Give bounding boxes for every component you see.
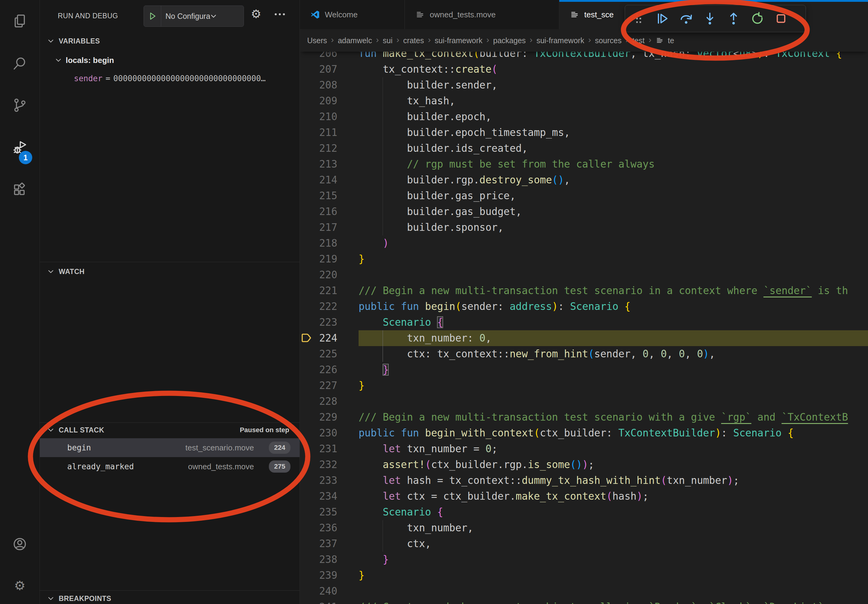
code-line[interactable]: 231 let txn_number = 0; (300, 441, 868, 457)
line-number[interactable]: 207 (300, 62, 337, 77)
breadcrumb-item[interactable]: sources (595, 36, 622, 45)
line-number[interactable]: 230 (300, 425, 337, 441)
activity-bar-item-explorer[interactable] (0, 6, 40, 36)
line-number[interactable]: 221 (300, 283, 337, 299)
breadcrumb-item[interactable]: Users (307, 36, 327, 45)
section-watch[interactable]: WATCH (40, 264, 299, 279)
code-line[interactable]: 207 tx_context::create( (300, 62, 868, 77)
code-line[interactable]: 212 builder.ids_created, (300, 141, 868, 156)
debug-start-icon[interactable] (144, 6, 161, 26)
code-line[interactable]: 214 builder.rgp.destroy_some(), (300, 172, 868, 188)
line-number[interactable]: 229 (300, 409, 337, 425)
section-breakpoints[interactable]: BREAKPOINTS (40, 591, 299, 604)
section-variables[interactable]: VARIABLES (40, 34, 299, 48)
call-stack-frame[interactable]: already_markedowned_tests.move275 (40, 457, 299, 476)
breadcrumb-item[interactable]: packages (493, 36, 526, 45)
code-line[interactable]: 211 builder.epoch_timestamp_ms, (300, 125, 868, 141)
variables-scope-row[interactable]: locals: begin (40, 52, 299, 68)
line-number[interactable]: 214 (300, 172, 337, 188)
activity-bar-item-source-control[interactable] (0, 90, 40, 121)
line-number[interactable]: 210 (300, 109, 337, 125)
line-number[interactable]: 216 (300, 204, 337, 220)
code-line[interactable]: 226 } (300, 362, 868, 378)
step-into-button[interactable] (702, 11, 718, 26)
activity-bar-item-run-and-debug[interactable]: 1 (0, 133, 40, 163)
breadcrumb-item[interactable]: test (632, 36, 645, 45)
line-number[interactable]: 237 (300, 536, 337, 552)
line-number[interactable]: 208 (300, 77, 337, 93)
line-number[interactable]: 233 (300, 472, 337, 488)
code-line[interactable]: 223 Scenario { (300, 314, 868, 330)
line-number[interactable]: 236 (300, 520, 337, 536)
code-line[interactable]: 209 tx_hash, (300, 93, 868, 109)
step-over-button[interactable] (679, 11, 694, 26)
activity-bar-item-search[interactable] (0, 48, 40, 79)
code-line[interactable]: 228 (300, 393, 868, 409)
line-number[interactable]: 234 (300, 488, 337, 504)
code-line[interactable]: 218 ) (300, 235, 868, 251)
code-line[interactable]: 233 let hash = tx_context::dummy_tx_hash… (300, 472, 868, 488)
line-number[interactable]: 227 (300, 378, 337, 393)
code-line[interactable]: 213 // rgp must be set from the caller a… (300, 156, 868, 172)
code-editor[interactable]: 206fun make_tx_context(builder: TxContex… (300, 0, 868, 604)
line-number[interactable]: 232 (300, 457, 337, 472)
code-line[interactable]: 232 assert!(ctx_builder.rgp.is_some()); (300, 457, 868, 472)
line-number[interactable]: 213 (300, 156, 337, 172)
line-number[interactable]: 219 (300, 251, 337, 267)
code-line[interactable]: 236 txn_number, (300, 520, 868, 536)
code-line[interactable]: 240 (300, 583, 868, 599)
section-call-stack[interactable]: CALL STACK Paused on step (40, 423, 299, 437)
line-number[interactable]: 225 (300, 346, 337, 362)
line-number[interactable]: 239 (300, 567, 337, 583)
gear-icon[interactable]: ⚙ (249, 7, 263, 21)
restart-button[interactable] (750, 11, 765, 26)
code-line[interactable]: 221/// Begin a new multi-transaction tes… (300, 283, 868, 299)
code-line[interactable]: 224 txn_number: 0, (300, 330, 868, 346)
variable-row-sender[interactable]: sender = 0000000000000000000000000000000… (74, 71, 297, 87)
code-line[interactable]: 239} (300, 567, 868, 583)
drag-handle[interactable] (631, 11, 646, 26)
line-number[interactable]: 209 (300, 93, 337, 109)
code-line[interactable]: 241/// Creates and shares system objects… (300, 599, 868, 604)
debug-config-dropdown[interactable]: No Configura (144, 5, 244, 27)
line-number[interactable]: 235 (300, 504, 337, 520)
line-number[interactable]: 220 (300, 267, 337, 283)
breadcrumb[interactable]: Users›adamwelc›sui›crates›sui-framework›… (300, 29, 868, 52)
call-stack-frame[interactable]: begintest_scenario.move224 (40, 438, 299, 457)
code-line[interactable]: 229/// Begin a new multi-transaction tes… (300, 409, 868, 425)
code-line[interactable]: 222public fun begin(sender: address): Sc… (300, 299, 868, 314)
line-number[interactable]: 222 (300, 299, 337, 314)
stop-button[interactable] (773, 11, 789, 26)
code-line[interactable]: 219} (300, 251, 868, 267)
line-number[interactable]: 223 (300, 314, 337, 330)
line-number[interactable]: 238 (300, 552, 337, 567)
code-line[interactable]: 238 } (300, 552, 868, 567)
code-line[interactable]: 230public fun begin_with_context(ctx_bui… (300, 425, 868, 441)
line-number[interactable]: 212 (300, 141, 337, 156)
line-number[interactable]: 228 (300, 393, 337, 409)
breadcrumb-item[interactable]: sui (383, 36, 393, 45)
line-number[interactable]: 211 (300, 125, 337, 141)
line-number[interactable]: 241 (300, 599, 337, 604)
line-number[interactable]: 231 (300, 441, 337, 457)
code-line[interactable]: 215 builder.gas_price, (300, 188, 868, 204)
more-actions-icon[interactable] (273, 7, 287, 21)
breadcrumb-file[interactable]: te (668, 36, 674, 45)
breadcrumb-item[interactable]: sui-framework (536, 36, 584, 45)
code-line[interactable]: 237 ctx, (300, 536, 868, 552)
step-out-button[interactable] (726, 11, 741, 26)
activity-bar-item-accounts[interactable] (0, 529, 40, 559)
code-line[interactable]: 234 let ctx = ctx_builder.make_tx_contex… (300, 488, 868, 504)
line-number[interactable]: 217 (300, 220, 337, 235)
breadcrumb-item[interactable]: adamwelc (338, 36, 372, 45)
code-line[interactable]: 235 Scenario { (300, 504, 868, 520)
activity-bar-item-extensions[interactable] (0, 175, 40, 205)
line-number[interactable]: 240 (300, 583, 337, 599)
code-line[interactable]: 216 builder.gas_budget, (300, 204, 868, 220)
code-line[interactable]: 208 builder.sender, (300, 77, 868, 93)
breadcrumb-item[interactable]: crates (403, 36, 424, 45)
code-line[interactable]: 210 builder.epoch, (300, 109, 868, 125)
continue-button[interactable] (655, 11, 670, 26)
breadcrumb-item[interactable]: sui-framework (435, 36, 482, 45)
code-line[interactable]: 227} (300, 378, 868, 393)
